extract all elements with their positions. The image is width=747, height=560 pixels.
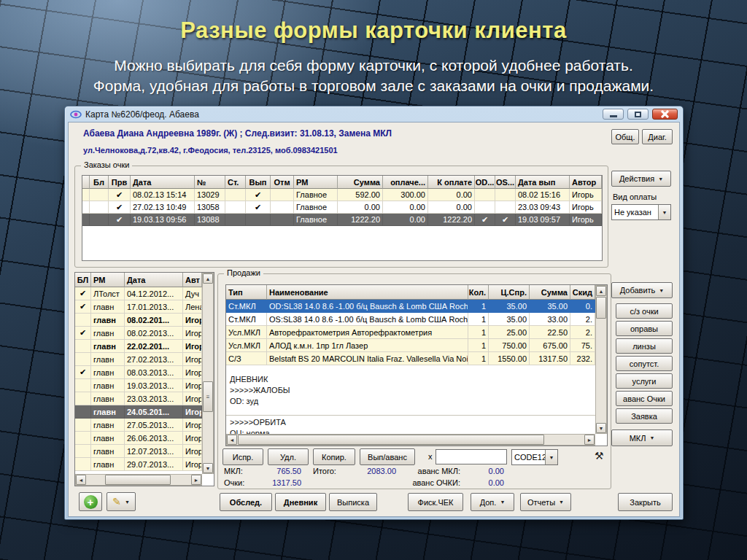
scrollbar-thumb[interactable] xyxy=(596,297,606,319)
cell: главн xyxy=(91,419,125,432)
edit-visit-button[interactable]: ✎ ▼ xyxy=(107,492,136,511)
visits-row[interactable]: главн22.02.201...Игорь xyxy=(75,340,214,353)
scrollbar-thumb[interactable] xyxy=(238,435,544,445)
sales-row[interactable]: Усл.МКЛАЛОД к.м.н. 1пр 1гл Лазер1750.006… xyxy=(226,339,607,352)
panel-mkl[interactable]: МКЛ▼ xyxy=(611,429,673,446)
close-card-button[interactable]: Закрыть xyxy=(618,493,673,511)
panel-zayavka[interactable]: Заявка xyxy=(616,408,673,424)
edit-vyp-avans[interactable]: Вып/аванс xyxy=(360,448,415,465)
cell: Ст.МКЛ xyxy=(226,313,267,326)
visits-row[interactable]: главн27.02.2013...Игорь xyxy=(75,353,214,366)
scroll-down-icon[interactable]: ▼ xyxy=(203,463,213,473)
scroll-down-icon[interactable]: ▼ xyxy=(596,423,606,433)
footer-otchety[interactable]: Отчеты▼ xyxy=(520,493,571,511)
mkl-total-label: МКЛ: xyxy=(224,467,243,475)
visits-row[interactable]: главн12.07.2013...Игорь xyxy=(75,445,214,458)
visits-row[interactable]: главн24.05.201...Игорь xyxy=(75,405,214,419)
sales-vertical-scrollbar[interactable]: ▲ ▼ xyxy=(595,285,607,434)
cell: ✔ xyxy=(246,201,271,214)
sales-row[interactable]: Ст.МКЛOD:SL38 14.0 8.6 -1.00 б/ц Bausch … xyxy=(226,300,607,313)
chevron-down-icon[interactable]: ▼ xyxy=(658,205,670,219)
add-visit-button[interactable]: + xyxy=(79,492,102,511)
visits-row[interactable]: главн27.05.2013...Игорь xyxy=(75,419,214,432)
panel-uslugi[interactable]: услуги xyxy=(616,373,673,389)
sales-row[interactable]: С/ЗBelstaft BS 20 MARCOLIN Italia Fraz. … xyxy=(226,352,607,365)
actions-button[interactable]: Действия ▼ xyxy=(611,171,671,187)
visits-row[interactable]: ✔главн08.03.2013...Игорь xyxy=(75,366,214,379)
cell: 08.03.2013... xyxy=(125,366,183,379)
diag-button[interactable]: Диаг. xyxy=(642,129,673,144)
cell xyxy=(495,201,516,214)
panel-opravy[interactable]: оправы xyxy=(616,321,673,336)
scroll-left-icon[interactable]: ◄ xyxy=(76,475,86,485)
cell: главн xyxy=(91,405,125,419)
edit-ispr[interactable]: Испр. xyxy=(222,448,263,465)
sales-horizontal-scrollbar[interactable]: ◄ ► xyxy=(226,434,595,446)
barcode-format-select[interactable]: CODE128 ▼ xyxy=(511,449,558,465)
cell: Игорь xyxy=(183,327,202,340)
advance-mkl-label: аванс МКЛ: xyxy=(393,467,460,475)
visits-row[interactable]: главн23.03.2013...Игорь xyxy=(75,392,214,405)
footer-fisk-chek[interactable]: Фиск.ЧЕК xyxy=(408,493,463,511)
visits-row[interactable]: ✔главн17.01.2013...Лена xyxy=(75,300,214,314)
panel-avans-ochki[interactable]: аванс Очки xyxy=(616,391,673,406)
cell: ✔ xyxy=(75,287,91,300)
cell xyxy=(225,214,246,226)
edit-kopir[interactable]: Копир. xyxy=(313,448,355,465)
payment-type-select[interactable]: Не указан ▼ xyxy=(611,204,671,220)
cell: Игорь xyxy=(183,379,202,392)
window-titlebar[interactable]: Карта №6206/феод. Абаева xyxy=(68,106,680,122)
close-window-button[interactable] xyxy=(652,109,678,120)
sales-row[interactable]: Усл.МКЛАвторефрактометрия Авторефрактоме… xyxy=(226,326,607,339)
edit-udl[interactable]: Удл. xyxy=(268,448,309,465)
maximize-button[interactable] xyxy=(627,109,649,120)
orders-row[interactable]: ✔27.02.13 10:4913058✔Главное0.000.000.00… xyxy=(82,201,602,214)
column-header: Тип xyxy=(226,285,267,300)
cell: 27.05.2013... xyxy=(125,419,183,432)
footer-dnevnik[interactable]: Дневник xyxy=(275,493,326,511)
diary-notes-2[interactable]: >>>>>ОРБИТАOU: норма xyxy=(226,415,595,434)
orders-row[interactable]: ✔08.02.13 15:1413029✔Главное592.00300.00… xyxy=(82,189,602,201)
visits-row[interactable]: главн19.03.2013...Игорь xyxy=(75,379,214,392)
panel-sz-ochki[interactable]: с/з очки xyxy=(616,303,673,319)
visits-row[interactable]: ✔главн08.02.2013...Игорь xyxy=(75,327,214,340)
panel-linzy[interactable]: линзы xyxy=(616,338,673,354)
maximize-icon xyxy=(635,112,641,117)
scroll-right-icon[interactable]: ► xyxy=(191,475,201,485)
orders-row[interactable]: ✔19.03.13 09:5613088Главное1222.200.0012… xyxy=(82,214,602,226)
scroll-left-icon[interactable]: ◄ xyxy=(227,435,237,445)
cell: Усл.МКЛ xyxy=(226,326,267,339)
diary-line: OU: норма xyxy=(230,428,592,434)
visits-row[interactable]: главн08.02.201...Игорь xyxy=(75,314,214,327)
scrollbar-thumb[interactable] xyxy=(105,475,171,485)
visits-row[interactable]: ✔ЛТолст04.12.2012...Дуч xyxy=(75,287,214,300)
cell: 1 xyxy=(468,326,489,339)
scroll-up-icon[interactable]: ▲ xyxy=(596,286,606,296)
chevron-down-icon[interactable]: ▼ xyxy=(545,450,557,464)
column-header: Автор xyxy=(570,176,602,189)
obsh-button[interactable]: Общ. xyxy=(611,129,639,144)
sales-row[interactable]: Ст.МКЛOS:SL38 14.0 8.6 -1.00 б/ц Bausch … xyxy=(226,313,607,326)
cell: главн xyxy=(91,340,125,353)
footer-obsled[interactable]: Обслед. xyxy=(220,493,272,511)
visits-horizontal-scrollbar[interactable]: ◄ ► xyxy=(75,474,202,486)
panel-add[interactable]: Добавить▼ xyxy=(611,282,673,298)
scroll-up-icon[interactable]: ▲ xyxy=(203,273,213,284)
tools-icon[interactable]: ⚒ xyxy=(595,450,604,462)
visits-row[interactable]: главн29.07.2013...Игорь xyxy=(75,458,214,471)
cell: главн xyxy=(91,300,125,314)
diary-line: >>>>>ОРБИТА xyxy=(230,417,592,428)
barcode-input[interactable] xyxy=(436,449,507,464)
footer-dop[interactable]: Доп.▼ xyxy=(471,493,514,511)
payment-type-label: Вид оплаты xyxy=(613,192,657,201)
diary-notes[interactable]: ДНЕВНИК>>>>>ЖАЛОБЫOD: зуд xyxy=(226,365,595,415)
minimize-button[interactable] xyxy=(603,109,624,120)
visits-vertical-scrollbar[interactable]: ▲ ≡ ▼ xyxy=(202,273,214,474)
button-label: Копир. xyxy=(322,453,347,462)
cell: ✔ xyxy=(246,189,271,201)
visits-row[interactable]: главн26.06.2013...Игорь xyxy=(75,432,214,445)
footer-vypiska[interactable]: Выписка xyxy=(329,493,377,511)
scrollbar-thumb[interactable]: ≡ xyxy=(203,381,213,412)
scroll-right-icon[interactable]: ► xyxy=(584,435,595,445)
panel-soputst[interactable]: сопутст. xyxy=(616,356,673,371)
